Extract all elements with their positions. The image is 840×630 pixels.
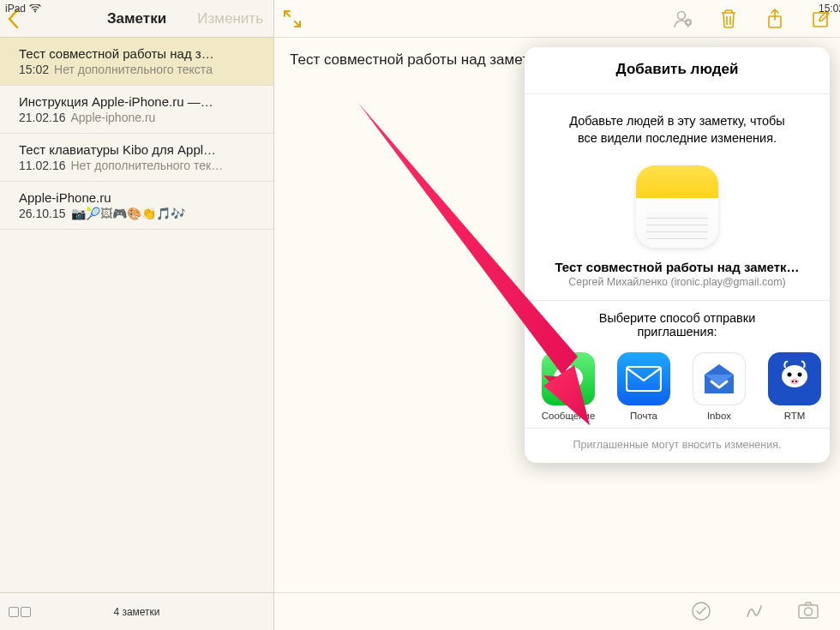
note-list-item[interactable]: Инструкция Apple-iPhone.ru —… 21.02.16Ap…: [0, 86, 273, 134]
svg-point-13: [790, 379, 799, 385]
main-footer: [274, 592, 840, 630]
invite-app-messages[interactable]: Сообщение: [537, 352, 600, 421]
notes-count: 4 заметки: [113, 606, 159, 618]
messages-icon: [542, 352, 595, 405]
app-label: RTM: [763, 411, 826, 421]
svg-point-11: [788, 373, 792, 377]
invite-method-heading: Выберите способ отправки приглашения:: [525, 301, 830, 347]
note-list-item[interactable]: Тест клавиатуры Kibo для Appl… 11.02.16Н…: [0, 134, 273, 182]
checklist-button[interactable]: [691, 601, 713, 623]
app-label: Inbox: [687, 411, 751, 421]
status-bar-right: 15:02 14 %: [549, 0, 840, 17]
note-list-item[interactable]: Apple-iPhone.ru 26.10.15📷🎾🖼🎮🎨👏🎵🎶: [0, 182, 273, 230]
note-subline: 11.02.16Нет дополнительного тек…: [19, 159, 255, 172]
popover-desc: Добавьте людей в эту заметку, чтобы все …: [547, 113, 807, 147]
note-title: Инструкция Apple-iPhone.ru —…: [19, 94, 255, 109]
note-subline: 26.10.15📷🎾🖼🎮🎨👏🎵🎶: [19, 207, 255, 220]
note-list-item[interactable]: Тест совместной работы над з… 15:02Нет д…: [0, 38, 273, 86]
camera-button[interactable]: [797, 601, 819, 623]
mail-icon: [617, 352, 670, 405]
note-title: Тест совместной работы над з…: [19, 46, 255, 61]
popover-permission-note[interactable]: Приглашенные могут вносить изменения.: [525, 429, 830, 463]
svg-point-15: [795, 381, 797, 382]
sidebar-footer: 4 заметки: [0, 592, 273, 630]
svg-rect-9: [627, 367, 661, 391]
invite-app-row[interactable]: Сообщение Почта Inbox RTM С: [525, 347, 830, 428]
clock: 15:02: [819, 3, 840, 15]
shared-note-title: Тест совместной работы над заметк…: [547, 260, 807, 274]
note-subline: 15:02Нет дополнительного текста: [19, 63, 255, 76]
invite-app-rtm[interactable]: RTM: [763, 352, 826, 421]
note-subline: 21.02.16Apple-iphone.ru: [19, 111, 255, 124]
svg-point-14: [792, 381, 794, 382]
add-people-popover: Добавить людей Добавьте людей в эту заме…: [525, 47, 830, 463]
fullscreen-button[interactable]: [283, 9, 302, 28]
wifi-icon: [29, 4, 41, 13]
inbox-icon: [693, 352, 746, 405]
svg-point-8: [805, 608, 813, 615]
shared-note-owner: Сергей Михайленко (ironic.play@gmail.com…: [547, 276, 807, 288]
status-bar-left: iPad: [0, 0, 274, 17]
notes-app-icon: [636, 165, 718, 248]
app-label: Почта: [612, 411, 675, 421]
note-list: Тест совместной работы над з… 15:02Нет д…: [0, 38, 273, 230]
invite-app-inbox[interactable]: Inbox: [687, 352, 751, 421]
note-title: Apple-iPhone.ru: [19, 190, 255, 205]
view-toggle-grid-icon[interactable]: [9, 607, 31, 617]
app-label: Сообщение: [537, 411, 600, 421]
sidebar: iPad Заметки Изменить Тест совместной ра…: [0, 0, 274, 630]
sketch-button[interactable]: [744, 601, 766, 623]
svg-rect-7: [799, 605, 818, 618]
invite-app-mail[interactable]: Почта: [612, 352, 675, 421]
rtm-icon: [768, 352, 821, 405]
svg-point-12: [798, 373, 802, 377]
device-name: iPad: [5, 3, 26, 15]
popover-body: Добавьте людей в эту заметку, чтобы все …: [525, 94, 830, 300]
note-title: Тест клавиатуры Kibo для Appl…: [19, 142, 255, 157]
popover-title: Добавить людей: [525, 47, 830, 93]
